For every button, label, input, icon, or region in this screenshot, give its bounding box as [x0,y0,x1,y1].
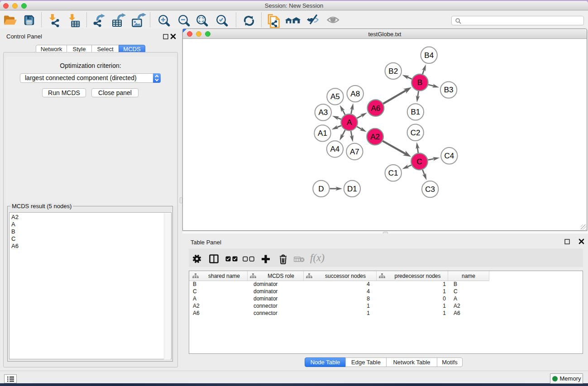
svg-text:D1: D1 [347,185,357,193]
svg-text:A4: A4 [330,145,340,153]
svg-text:B4: B4 [424,51,434,60]
svg-text:A5: A5 [330,92,340,101]
svg-text:A: A [347,118,352,127]
svg-text:B2: B2 [388,67,398,76]
svg-text:C: C [416,157,422,166]
svg-text:A7: A7 [350,148,359,156]
svg-text:B1: B1 [411,108,421,116]
svg-text:A8: A8 [350,90,360,98]
svg-text:D: D [318,185,324,193]
svg-text:A1: A1 [318,129,327,138]
svg-text:C4: C4 [445,152,454,160]
svg-text:A3: A3 [318,108,328,117]
svg-text:A2: A2 [370,133,380,141]
svg-text:C1: C1 [388,169,398,177]
svg-text:C2: C2 [411,129,421,137]
svg-text:B: B [417,78,422,87]
svg-text:B3: B3 [444,86,454,94]
svg-text:C3: C3 [425,185,435,194]
svg-text:A6: A6 [371,104,381,113]
